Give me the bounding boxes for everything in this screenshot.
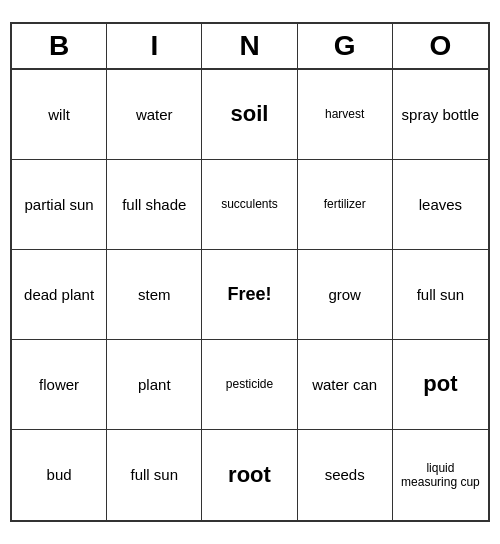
cell-label: soil: [231, 101, 269, 127]
cell-label: flower: [39, 376, 79, 394]
bingo-cell[interactable]: fertilizer: [298, 160, 393, 250]
cell-label: bud: [47, 466, 72, 484]
cell-label: leaves: [419, 196, 462, 214]
bingo-cell[interactable]: Free!: [202, 250, 297, 340]
cell-label: liquid measuring cup: [397, 461, 484, 490]
bingo-grid: wiltwatersoilharvestspray bottlepartial …: [12, 70, 488, 520]
bingo-cell[interactable]: wilt: [12, 70, 107, 160]
cell-label: Free!: [227, 284, 271, 306]
cell-label: water: [136, 106, 173, 124]
cell-label: full sun: [131, 466, 179, 484]
bingo-cell[interactable]: root: [202, 430, 297, 520]
cell-label: water can: [312, 376, 377, 394]
cell-label: pot: [423, 371, 457, 397]
bingo-cell[interactable]: full sun: [393, 250, 488, 340]
cell-label: succulents: [221, 197, 278, 211]
bingo-cell[interactable]: stem: [107, 250, 202, 340]
cell-label: fertilizer: [324, 197, 366, 211]
bingo-cell[interactable]: soil: [202, 70, 297, 160]
bingo-cell[interactable]: partial sun: [12, 160, 107, 250]
bingo-cell[interactable]: seeds: [298, 430, 393, 520]
cell-label: pesticide: [226, 377, 273, 391]
bingo-cell[interactable]: dead plant: [12, 250, 107, 340]
cell-label: seeds: [325, 466, 365, 484]
cell-label: full shade: [122, 196, 186, 214]
bingo-cell[interactable]: flower: [12, 340, 107, 430]
cell-label: wilt: [48, 106, 70, 124]
bingo-header: BINGO: [12, 24, 488, 70]
cell-label: full sun: [417, 286, 465, 304]
bingo-cell[interactable]: pot: [393, 340, 488, 430]
header-letter: N: [202, 24, 297, 68]
cell-label: grow: [328, 286, 361, 304]
bingo-cell[interactable]: succulents: [202, 160, 297, 250]
bingo-cell[interactable]: pesticide: [202, 340, 297, 430]
bingo-cell[interactable]: water can: [298, 340, 393, 430]
cell-label: spray bottle: [402, 106, 480, 124]
bingo-card: BINGO wiltwatersoilharvestspray bottlepa…: [10, 22, 490, 522]
header-letter: O: [393, 24, 488, 68]
cell-label: stem: [138, 286, 171, 304]
header-letter: I: [107, 24, 202, 68]
cell-label: harvest: [325, 107, 364, 121]
cell-label: plant: [138, 376, 171, 394]
bingo-cell[interactable]: leaves: [393, 160, 488, 250]
header-letter: B: [12, 24, 107, 68]
bingo-cell[interactable]: harvest: [298, 70, 393, 160]
bingo-cell[interactable]: bud: [12, 430, 107, 520]
bingo-cell[interactable]: full sun: [107, 430, 202, 520]
bingo-cell[interactable]: grow: [298, 250, 393, 340]
cell-label: dead plant: [24, 286, 94, 304]
cell-label: partial sun: [24, 196, 93, 214]
cell-label: root: [228, 462, 271, 488]
bingo-cell[interactable]: full shade: [107, 160, 202, 250]
bingo-cell[interactable]: spray bottle: [393, 70, 488, 160]
header-letter: G: [298, 24, 393, 68]
bingo-cell[interactable]: liquid measuring cup: [393, 430, 488, 520]
bingo-cell[interactable]: water: [107, 70, 202, 160]
bingo-cell[interactable]: plant: [107, 340, 202, 430]
